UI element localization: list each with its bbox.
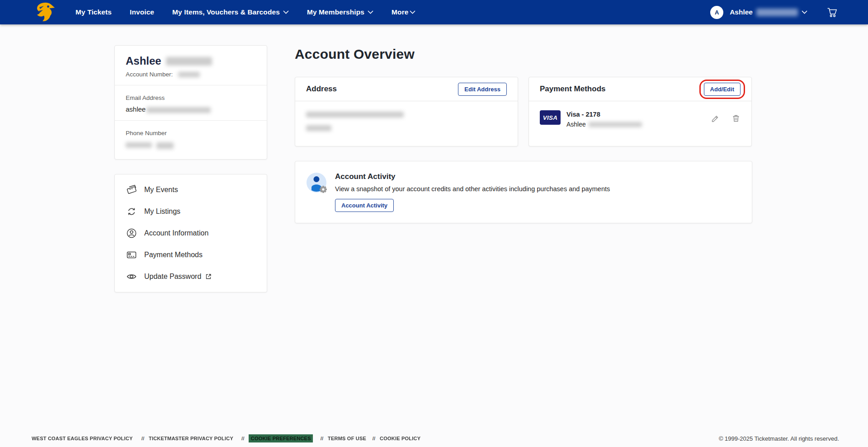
nav-user-area: A Ashlee — [710, 6, 838, 19]
footer-link-terms-of-use[interactable]: TERMS OF USE — [328, 436, 366, 441]
sidebar-item-label: Update Password — [144, 273, 201, 281]
payment-method-actions — [711, 110, 741, 123]
chevron-down-icon — [802, 10, 807, 14]
redacted-phone — [126, 142, 152, 148]
footer-links: WEST COAST EAGLES PRIVACY POLICY // TICK… — [32, 434, 422, 442]
footer-link-wce-privacy[interactable]: WEST COAST EAGLES PRIVACY POLICY — [32, 436, 133, 441]
user-menu[interactable]: Ashlee — [730, 8, 807, 16]
sidebar-item-my-listings[interactable]: My Listings — [115, 201, 267, 222]
redacted-surname — [166, 57, 212, 66]
cart-icon[interactable] — [826, 6, 838, 18]
west-coast-eagles-logo[interactable] — [34, 1, 57, 24]
chevron-down-icon — [368, 10, 373, 14]
address-card-title: Address — [306, 85, 337, 94]
top-nav: My Tickets Invoice My Items, Vouchers & … — [0, 0, 868, 24]
nav-items-vouchers-barcodes[interactable]: My Items, Vouchers & Barcodes — [172, 8, 289, 16]
phone-label: Phone Number — [126, 130, 256, 136]
footer: WEST COAST EAGLES PRIVACY POLICY // TICK… — [0, 434, 868, 442]
email-label: Email Address — [126, 94, 256, 101]
nav-invoice-label: Invoice — [130, 8, 154, 16]
address-card-body — [295, 101, 518, 146]
payment-method-info: Visa - 2178 Ashlee — [566, 110, 642, 128]
footer-separator: // — [241, 436, 244, 441]
refresh-icon — [126, 206, 137, 217]
edit-pencil-icon[interactable] — [711, 114, 720, 123]
add-edit-annotation: Add/Edit — [704, 83, 741, 96]
sidebar-item-payment-methods[interactable]: Payment Methods — [115, 244, 267, 266]
account-activity-body: Account Activity View a snapshot of your… — [335, 172, 610, 212]
email-section: Email Address ashlee — [115, 85, 267, 121]
copyright-text: © 1999-2025 Ticketmaster. All rights res… — [719, 435, 839, 442]
nav-more-label: More — [392, 8, 408, 16]
nav-invoice[interactable]: Invoice — [130, 8, 154, 16]
profile-name: Ashlee — [126, 55, 256, 67]
email-visible-prefix: ashlee — [126, 105, 146, 113]
account-number-label: Account Number: — [126, 71, 173, 78]
add-edit-button[interactable]: Add/Edit — [704, 83, 741, 96]
nav-items-vouchers-barcodes-label: My Items, Vouchers & Barcodes — [172, 8, 280, 16]
phone-value — [126, 141, 256, 148]
email-value: ashlee — [126, 105, 256, 113]
eye-icon — [126, 271, 137, 282]
footer-link-cookie-preferences[interactable]: COOKIE PREFERENCES — [249, 434, 313, 442]
external-link-icon — [205, 273, 212, 280]
account-activity-card: Account Activity View a snapshot of your… — [295, 161, 752, 223]
main-content: Account Overview Address Edit Address Pa… — [295, 47, 752, 223]
payment-methods-card: Payment Methods Add/Edit VISA Visa - 217… — [528, 77, 752, 146]
avatar[interactable]: A — [710, 6, 723, 19]
account-activity-title: Account Activity — [335, 172, 610, 181]
redacted-address-line1 — [306, 110, 507, 118]
sidebar-item-update-password[interactable]: Update Password — [115, 266, 267, 287]
chevron-down-icon — [283, 10, 289, 14]
redacted-holder-details — [589, 122, 642, 127]
primary-nav: My Tickets Invoice My Items, Vouchers & … — [75, 8, 415, 16]
edit-address-button[interactable]: Edit Address — [458, 83, 507, 96]
phone-section: Phone Number — [115, 121, 267, 159]
account-activity-button[interactable]: Account Activity — [335, 199, 394, 212]
profile-card: Ashlee Account Number: Email Address ash… — [114, 45, 267, 160]
nav-my-memberships[interactable]: My Memberships — [307, 8, 373, 16]
overview-cards-row: Address Edit Address Payment Methods Add… — [295, 77, 752, 146]
tickets-icon — [126, 184, 137, 196]
sidebar-item-label: Payment Methods — [144, 251, 203, 259]
footer-separator: // — [142, 436, 144, 441]
credit-card-icon — [126, 249, 137, 261]
nav-more[interactable]: More — [392, 8, 415, 16]
payment-method-row: VISA Visa - 2178 Ashlee — [529, 101, 751, 137]
account-menu: My Events My Listings Account Informatio… — [114, 174, 267, 292]
sidebar-item-label: My Listings — [144, 207, 180, 216]
visa-badge: VISA — [540, 110, 561, 125]
person-circle-icon — [126, 227, 137, 239]
sidebar-item-account-information[interactable]: Account Information — [115, 222, 267, 244]
address-card: Address Edit Address — [295, 77, 518, 146]
payment-method-name: Visa - 2178 — [566, 111, 600, 118]
footer-link-tm-privacy[interactable]: TICKETMASTER PRIVACY POLICY — [149, 436, 233, 441]
footer-separator: // — [373, 436, 375, 441]
redacted-address-line2 — [306, 124, 507, 132]
account-activity-icon — [306, 172, 327, 193]
redacted-surname — [756, 9, 798, 16]
profile-first-name: Ashlee — [126, 55, 161, 67]
profile-identity-section: Ashlee Account Number: — [115, 46, 267, 85]
holder-visible-prefix: Ashlee — [566, 121, 586, 128]
redacted-phone-link[interactable] — [156, 142, 174, 148]
redacted-account-number — [178, 72, 200, 77]
delete-trash-icon[interactable] — [731, 114, 741, 123]
nav-my-memberships-label: My Memberships — [307, 8, 364, 16]
address-card-header: Address Edit Address — [295, 77, 518, 101]
account-sidebar: Ashlee Account Number: Email Address ash… — [114, 45, 267, 292]
page-title: Account Overview — [295, 47, 752, 62]
payment-method-holder: Ashlee — [566, 121, 642, 128]
payment-card-title: Payment Methods — [540, 85, 605, 94]
nav-my-tickets[interactable]: My Tickets — [75, 8, 112, 16]
account-number-row: Account Number: — [126, 71, 256, 78]
footer-separator: // — [321, 436, 323, 441]
sidebar-item-my-events[interactable]: My Events — [115, 179, 267, 201]
sidebar-item-label: Account Information — [144, 229, 208, 237]
nav-my-tickets-label: My Tickets — [75, 8, 112, 16]
payment-card-header: Payment Methods Add/Edit — [529, 77, 751, 101]
redacted-email — [146, 107, 211, 113]
footer-link-cookie-policy[interactable]: COOKIE POLICY — [380, 436, 420, 441]
sidebar-item-label: My Events — [144, 186, 178, 194]
account-activity-description: View a snapshot of your account credits … — [335, 185, 610, 193]
